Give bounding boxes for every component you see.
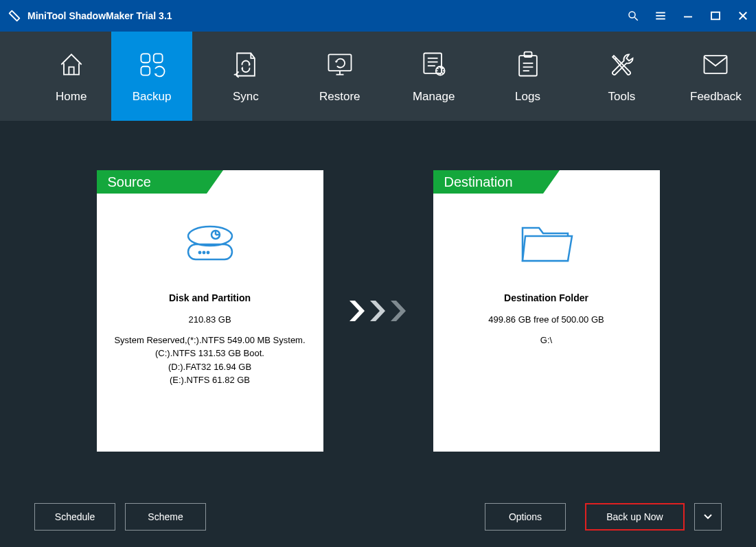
svg-rect-10 bbox=[154, 54, 163, 62]
disk-icon bbox=[97, 209, 323, 277]
footer: Schedule Scheme Options Back up Now bbox=[0, 487, 756, 547]
svg-rect-12 bbox=[328, 54, 351, 71]
source-detail: (D:).FAT32 16.94 GB bbox=[97, 360, 323, 374]
svg-point-31 bbox=[207, 252, 208, 253]
schedule-button[interactable]: Schedule bbox=[34, 503, 115, 531]
menu-icon[interactable] bbox=[654, 10, 667, 22]
destination-path: G:\ bbox=[433, 334, 660, 347]
options-button[interactable]: Options bbox=[485, 503, 566, 531]
nav-label: Restore bbox=[319, 90, 360, 104]
svg-point-30 bbox=[203, 252, 204, 253]
svg-rect-26 bbox=[188, 244, 232, 259]
nav-sync[interactable]: Sync bbox=[205, 32, 286, 121]
folder-icon bbox=[433, 209, 660, 277]
source-panel[interactable]: Source Disk and Partition 210.83 GB Syst… bbox=[97, 170, 323, 452]
sync-icon bbox=[232, 49, 260, 80]
arrow-icon bbox=[348, 299, 409, 323]
nav-label: Manage bbox=[413, 90, 455, 104]
nav-manage[interactable]: Manage bbox=[393, 32, 474, 121]
source-detail: (E:).NTFS 61.82 GB bbox=[97, 373, 323, 387]
scheme-button[interactable]: Scheme bbox=[125, 503, 206, 531]
nav-label: Tools bbox=[608, 90, 636, 104]
destination-header: Destination bbox=[433, 170, 543, 194]
backup-icon bbox=[137, 49, 167, 80]
nav-tools[interactable]: Tools bbox=[582, 32, 662, 121]
destination-panel[interactable]: Destination Destination Folder 499.86 GB… bbox=[433, 170, 660, 452]
nav-home[interactable]: Home bbox=[31, 32, 111, 121]
app-title: MiniTool ShadowMaker Trial 3.1 bbox=[27, 10, 172, 21]
nav-logs[interactable]: Logs bbox=[488, 32, 568, 121]
svg-line-1 bbox=[634, 17, 638, 21]
maximize-icon[interactable] bbox=[709, 10, 722, 22]
source-title: Disk and Partition bbox=[97, 292, 323, 303]
source-size: 210.83 GB bbox=[97, 313, 323, 327]
nav-label: Logs bbox=[515, 90, 540, 104]
search-icon[interactable] bbox=[627, 10, 639, 22]
nav-label: Home bbox=[56, 90, 87, 104]
nav-feedback[interactable]: Feedback bbox=[676, 32, 756, 121]
main-nav: Home Backup Sync Restore Manage Logs bbox=[0, 32, 756, 121]
svg-point-27 bbox=[188, 226, 232, 246]
close-icon[interactable] bbox=[737, 10, 749, 22]
source-header: Source bbox=[97, 170, 207, 194]
minimize-icon[interactable] bbox=[682, 10, 694, 22]
svg-rect-9 bbox=[141, 54, 150, 62]
svg-rect-15 bbox=[424, 54, 442, 73]
svg-rect-25 bbox=[705, 56, 727, 73]
destination-title: Destination Folder bbox=[433, 292, 660, 303]
svg-rect-6 bbox=[711, 12, 720, 20]
nav-label: Sync bbox=[233, 90, 259, 104]
svg-rect-11 bbox=[141, 67, 150, 75]
logs-icon bbox=[514, 49, 542, 80]
nav-backup[interactable]: Backup bbox=[111, 32, 192, 121]
svg-point-29 bbox=[198, 252, 200, 253]
content-area: Source Disk and Partition 210.83 GB Syst… bbox=[0, 121, 756, 487]
destination-free: 499.86 GB free of 500.00 GB bbox=[433, 313, 660, 327]
titlebar: MiniTool ShadowMaker Trial 3.1 bbox=[0, 0, 756, 32]
chevron-down-icon bbox=[704, 514, 712, 520]
restore-icon bbox=[325, 49, 355, 80]
home-icon bbox=[56, 49, 87, 80]
backup-now-button[interactable]: Back up Now bbox=[585, 503, 685, 531]
nav-label: Feedback bbox=[690, 90, 742, 104]
manage-icon bbox=[419, 49, 449, 80]
source-detail: System Reserved,(*:).NTFS 549.00 MB Syst… bbox=[97, 334, 323, 347]
tools-icon bbox=[606, 49, 637, 80]
app-logo-icon bbox=[7, 8, 22, 23]
svg-rect-20 bbox=[519, 56, 537, 75]
feedback-icon bbox=[700, 49, 731, 80]
nav-restore[interactable]: Restore bbox=[299, 32, 380, 121]
backup-dropdown-button[interactable] bbox=[694, 503, 722, 531]
nav-label: Backup bbox=[133, 90, 172, 104]
source-detail: (C:).NTFS 131.53 GB Boot. bbox=[97, 347, 323, 360]
svg-point-0 bbox=[629, 12, 635, 18]
